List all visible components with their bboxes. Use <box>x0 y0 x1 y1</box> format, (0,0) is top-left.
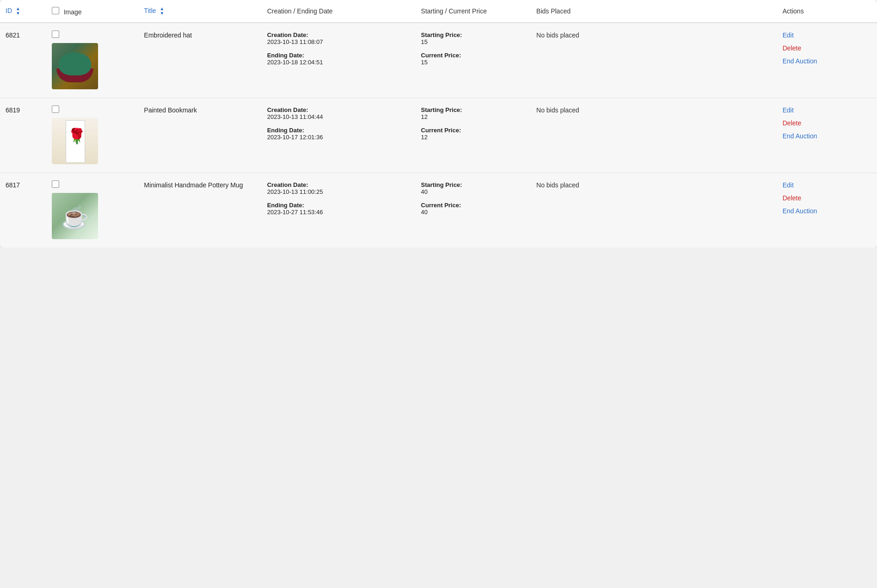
row-checkbox[interactable] <box>52 180 59 188</box>
id-sort-icon[interactable]: ▲▼ <box>16 6 20 16</box>
starting-price-block: Starting Price: 40 <box>421 181 525 195</box>
cell-actions: Edit Delete End Auction <box>777 23 877 98</box>
cell-bids: No bids placed <box>531 98 777 173</box>
end-auction-button[interactable]: End Auction <box>783 207 871 215</box>
bids-placed-text: No bids placed <box>537 181 580 189</box>
ending-date-value: 2023-10-18 12:04:51 <box>267 59 410 66</box>
creation-date-value: 2023-10-13 11:04:44 <box>267 113 410 120</box>
creation-date-label: Creation Date: <box>267 106 410 113</box>
cell-title: Embroidered hat <box>138 23 261 98</box>
cell-image <box>46 173 139 248</box>
edit-button[interactable]: Edit <box>783 31 871 39</box>
table-row: 6819Painted Bookmark Creation Date: 2023… <box>0 98 877 173</box>
cell-dates: Creation Date: 2023-10-13 11:04:44 Endin… <box>261 98 415 173</box>
ending-date-block: Ending Date: 2023-10-17 12:01:36 <box>267 127 410 141</box>
ending-date-label: Ending Date: <box>267 127 410 134</box>
creation-date-label: Creation Date: <box>267 31 410 38</box>
col-dates-label: Creation / Ending Date <box>267 7 333 15</box>
title-sort-icon[interactable]: ▲▼ <box>160 6 164 16</box>
starting-price-value: 15 <box>421 38 525 45</box>
col-header-image: Image <box>46 0 139 23</box>
col-id-label: ID <box>6 7 12 14</box>
col-header-id[interactable]: ID ▲▼ <box>0 0 46 23</box>
item-image <box>52 43 98 89</box>
current-price-block: Current Price: 40 <box>421 202 525 216</box>
edit-button[interactable]: Edit <box>783 181 871 189</box>
current-price-value: 15 <box>421 59 525 66</box>
row-checkbox[interactable] <box>52 105 59 113</box>
cell-dates: Creation Date: 2023-10-13 11:08:07 Endin… <box>261 23 415 98</box>
ending-date-block: Ending Date: 2023-10-27 11:53:46 <box>267 202 410 216</box>
row-checkbox[interactable] <box>52 31 59 38</box>
current-price-label: Current Price: <box>421 202 525 209</box>
starting-price-label: Starting Price: <box>421 181 525 188</box>
cell-id: 6821 <box>0 23 46 98</box>
creation-date-value: 2023-10-13 11:08:07 <box>267 38 410 45</box>
col-header-bids: Bids Placed <box>531 0 777 23</box>
current-price-value: 40 <box>421 209 525 216</box>
bids-placed-text: No bids placed <box>537 106 580 114</box>
col-actions-label: Actions <box>783 7 804 15</box>
starting-price-value: 12 <box>421 113 525 120</box>
ending-date-value: 2023-10-27 11:53:46 <box>267 209 410 216</box>
current-price-label: Current Price: <box>421 127 525 134</box>
end-auction-button[interactable]: End Auction <box>783 57 871 65</box>
table-header-row: ID ▲▼ Image Title ▲▼ Creation / Endin <box>0 0 877 23</box>
end-auction-button[interactable]: End Auction <box>783 132 871 140</box>
current-price-block: Current Price: 15 <box>421 52 525 66</box>
ending-date-label: Ending Date: <box>267 52 410 59</box>
cell-id: 6819 <box>0 98 46 173</box>
cell-image <box>46 23 139 98</box>
cell-bids: No bids placed <box>531 173 777 248</box>
current-price-label: Current Price: <box>421 52 525 59</box>
cell-title: Minimalist Handmade Pottery Mug <box>138 173 261 248</box>
item-image <box>52 193 98 239</box>
col-header-dates: Creation / Ending Date <box>261 0 415 23</box>
select-all-checkbox[interactable] <box>52 7 59 14</box>
delete-button[interactable]: Delete <box>783 119 871 127</box>
item-image <box>52 118 98 164</box>
edit-button[interactable]: Edit <box>783 106 871 114</box>
creation-date-value: 2023-10-13 11:00:25 <box>267 188 410 195</box>
cell-price: Starting Price: 15 Current Price: 15 <box>415 23 531 98</box>
col-header-price: Starting / Current Price <box>415 0 531 23</box>
ending-date-block: Ending Date: 2023-10-18 12:04:51 <box>267 52 410 66</box>
cell-id: 6817 <box>0 173 46 248</box>
cell-actions: Edit Delete End Auction <box>777 173 877 248</box>
creation-date-block: Creation Date: 2023-10-13 11:00:25 <box>267 181 410 195</box>
creation-date-label: Creation Date: <box>267 181 410 188</box>
cell-price: Starting Price: 40 Current Price: 40 <box>415 173 531 248</box>
col-bids-label: Bids Placed <box>537 7 571 15</box>
starting-price-label: Starting Price: <box>421 106 525 113</box>
starting-price-block: Starting Price: 15 <box>421 31 525 45</box>
ending-date-label: Ending Date: <box>267 202 410 209</box>
current-price-block: Current Price: 12 <box>421 127 525 141</box>
cell-image <box>46 98 139 173</box>
col-image-label: Image <box>64 8 82 16</box>
cell-price: Starting Price: 12 Current Price: 12 <box>415 98 531 173</box>
cell-title: Painted Bookmark <box>138 98 261 173</box>
col-price-label: Starting / Current Price <box>421 7 487 15</box>
cell-bids: No bids placed <box>531 23 777 98</box>
creation-date-block: Creation Date: 2023-10-13 11:04:44 <box>267 106 410 120</box>
col-header-title[interactable]: Title ▲▼ <box>138 0 261 23</box>
auction-table: ID ▲▼ Image Title ▲▼ Creation / Endin <box>0 0 877 248</box>
delete-button[interactable]: Delete <box>783 194 871 202</box>
col-header-actions: Actions <box>777 0 877 23</box>
cell-actions: Edit Delete End Auction <box>777 98 877 173</box>
table-row: 6817Minimalist Handmade Pottery Mug Crea… <box>0 173 877 248</box>
delete-button[interactable]: Delete <box>783 44 871 52</box>
starting-price-value: 40 <box>421 188 525 195</box>
ending-date-value: 2023-10-17 12:01:36 <box>267 134 410 141</box>
starting-price-block: Starting Price: 12 <box>421 106 525 120</box>
starting-price-label: Starting Price: <box>421 31 525 38</box>
current-price-value: 12 <box>421 134 525 141</box>
cell-dates: Creation Date: 2023-10-13 11:00:25 Endin… <box>261 173 415 248</box>
table-row: 6821Embroidered hat Creation Date: 2023-… <box>0 23 877 98</box>
bids-placed-text: No bids placed <box>537 31 580 39</box>
col-title-label: Title <box>144 7 156 14</box>
creation-date-block: Creation Date: 2023-10-13 11:08:07 <box>267 31 410 45</box>
